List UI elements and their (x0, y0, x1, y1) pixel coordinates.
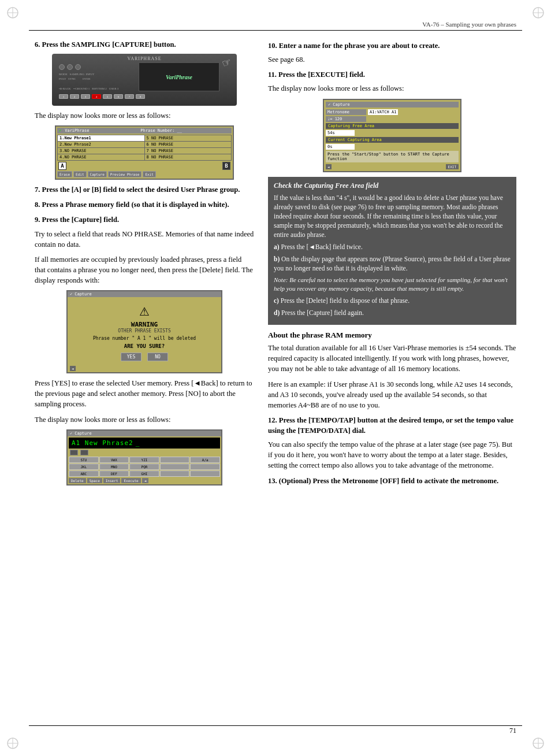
phrase-cell-1[interactable]: 1.New Phrase1 (58, 135, 144, 141)
corner-mark-tr (530, 5, 546, 21)
c2-back-btn[interactable]: ◄ (142, 478, 149, 483)
cs-phrase-label[interactable]: A1:VATCH A1 (368, 109, 398, 115)
item-c-text: Press the [Delete] field to dispose of t… (281, 297, 409, 304)
page-header: VA-76 – Sampling your own phrases (422, 21, 516, 28)
c2-key-jkl[interactable]: JKL (69, 464, 99, 470)
item-c-label: c) (274, 297, 279, 304)
c2-key-space2[interactable] (160, 464, 190, 470)
cs-back-btn[interactable]: ◄ (326, 164, 332, 169)
c2-delete-btn[interactable]: Delete (69, 478, 86, 483)
c2-title: Capture (75, 431, 92, 436)
cs-tempo-label: ♩= 120 (326, 116, 366, 122)
c2-icons-row (70, 450, 219, 455)
c2-key-az[interactable]: A/a (190, 457, 220, 463)
ram-heading: About the phrase RAM memory (268, 331, 516, 340)
ws-header: ✓ Capture (68, 291, 221, 297)
phrase-cell-7[interactable]: 7 NO PHRASE (145, 148, 232, 154)
corner-mark-bl (5, 735, 21, 751)
phrase-grid: 1.New Phrase1 5 NO PHRASE 2.New Phrase2 … (57, 135, 232, 161)
c2-key-xyz[interactable]: YZI (129, 457, 159, 463)
phrase-cell-8[interactable]: 8 NO PHRASE (145, 154, 232, 160)
ps-a-btn[interactable]: A (58, 162, 66, 170)
ps-edit-btn[interactable]: Edit (73, 171, 86, 177)
info-box-item-c: c) Press the [Delete] field to dispose o… (274, 296, 511, 305)
ws-foot: ◄ (68, 365, 221, 372)
pointer-icon: ☞ (220, 55, 233, 71)
cs-title: Capture (333, 102, 350, 107)
c2-space-btn[interactable]: Space (87, 478, 102, 483)
step12-text: You can also specify the tempo value of … (268, 439, 516, 470)
cs-current-cap-label: Current Capturing Area (326, 137, 459, 143)
c2-key-pqr[interactable]: PQR (129, 464, 159, 470)
ram-para2: Here is an example: if User phrase A1 is… (268, 379, 516, 410)
step9-block: 9. Press the [Capture] field. Try to sel… (35, 214, 254, 485)
c2-key-blank[interactable] (160, 457, 190, 463)
phrase-cell-6[interactable]: 6 NO PHRASE (145, 142, 232, 147)
ps-b-btn[interactable]: B (222, 162, 230, 170)
c2-key-abc[interactable]: ABC (69, 470, 99, 477)
ws-no-btn[interactable]: NO (147, 353, 168, 361)
ps-phrase-number: Phrase Number: __ (92, 128, 230, 133)
c2-key-mno[interactable]: MNO (99, 464, 129, 470)
step9-text2: If all memories are occupied by previous… (35, 254, 254, 286)
cs-current-value[interactable]: 0s (326, 144, 355, 150)
cs-capturing-free-label: Capturing Free Area (326, 123, 459, 129)
ws-subtitle: OTHER PHRASE EXISTS (72, 328, 217, 333)
phrase-cell-3[interactable]: 3.NO PHRASE (58, 148, 144, 154)
corner-mark-tl (5, 5, 21, 21)
knob3 (75, 64, 81, 70)
item-a-text: Press the [◄Back] field twice. (281, 243, 362, 250)
phrase-cell-2[interactable]: 2.New Phrase2 (58, 142, 144, 147)
warning-triangle-icon: ⚠ (72, 301, 217, 320)
c2-key-ghi[interactable]: GHI (129, 470, 159, 477)
ps-erase-btn[interactable]: Erase (57, 171, 72, 177)
ps-preview-btn[interactable]: Preview Phrase (108, 171, 142, 177)
bottom-rule (29, 725, 522, 726)
step12-block: 12. Press the [TEMPO/TAP] button at the … (268, 415, 516, 471)
cs-metronome-row: Metronome A1:VATCH A1 (326, 109, 459, 115)
step9-heading: 9. Press the [Capture] field. (35, 214, 254, 225)
info-box-item-d: d) Press the [Capture] field again. (274, 308, 511, 317)
info-box-item-a: a) Press the [◄Back] field twice. (274, 242, 511, 251)
info-box-para1: If the value is less than "4 s", it woul… (274, 193, 511, 239)
ws-back-btn[interactable]: ◄ (70, 366, 76, 371)
step10-heading: 10. Enter a name for the phrase you are … (268, 40, 516, 51)
ps-exit-btn[interactable]: Exit (143, 171, 155, 177)
corner-mark-br (530, 735, 546, 751)
c2-execute-btn[interactable]: Execute (121, 478, 140, 483)
c2-key-vwx[interactable]: VWX (99, 457, 129, 463)
ws-yes-btn[interactable]: YES (121, 353, 142, 361)
cs-header: ✓ Capture (326, 102, 459, 108)
step7-block: 7. Press the [A] or [B] field to select … (35, 184, 254, 195)
device-screen: VariPhrase (139, 62, 219, 91)
item-d-label: d) (274, 309, 280, 316)
info-box-capturing: Check the Capturing Free Area field If t… (268, 177, 516, 325)
display-text2: The display now looks more or less as fo… (35, 414, 254, 425)
phrase-cell-5[interactable]: 5 NO PHRASE (145, 135, 232, 141)
c2-header: ✓ Capture (68, 431, 221, 436)
item-a-label: a) (274, 243, 280, 250)
right-column: 10. Enter a name for the phrase you are … (268, 40, 516, 716)
step10-text: See page 68. (268, 54, 516, 65)
item-d-text: Press the [Capture] field again. (281, 309, 364, 316)
ps-title-text: VariPhrase (65, 128, 89, 133)
c2-insert-btn[interactable]: Insert (103, 478, 121, 483)
c2-key-def[interactable]: DEF (99, 470, 129, 477)
phrase-selection-screen: ✓ VariPhrase Phrase Number: __ 1.New Phr… (55, 125, 234, 180)
capture2-screen: ✓ Capture A1 New Phrase2 _ STU VWX YZI A… (66, 429, 222, 486)
step6-heading: 6. Press the SAMPLING [CAPTURE] button. (35, 40, 254, 49)
device-label-top: VARIPHRASE (127, 56, 161, 61)
c2-keyboard: STU VWX YZI A/a JKL MNO PQR ABC DEF GHI (69, 457, 220, 477)
cs-exit-btn[interactable]: EXIT (446, 164, 459, 169)
knob2 (67, 64, 73, 70)
ps-capture-btn[interactable]: Capture (88, 171, 107, 177)
c2-key-empty (190, 464, 220, 470)
c2-key-stu[interactable]: STU (69, 457, 99, 463)
c2-key-empty3 (190, 470, 220, 477)
cs-free-value[interactable]: 54s (326, 130, 355, 136)
ps-check: ✓ (59, 128, 61, 133)
page-number: 71 (509, 727, 516, 735)
phrase-cell-4[interactable]: 4.NO PHRASE (58, 154, 144, 160)
ws-check: ✓ (70, 292, 72, 297)
cs-tempo-row: ♩= 120 (326, 116, 459, 122)
